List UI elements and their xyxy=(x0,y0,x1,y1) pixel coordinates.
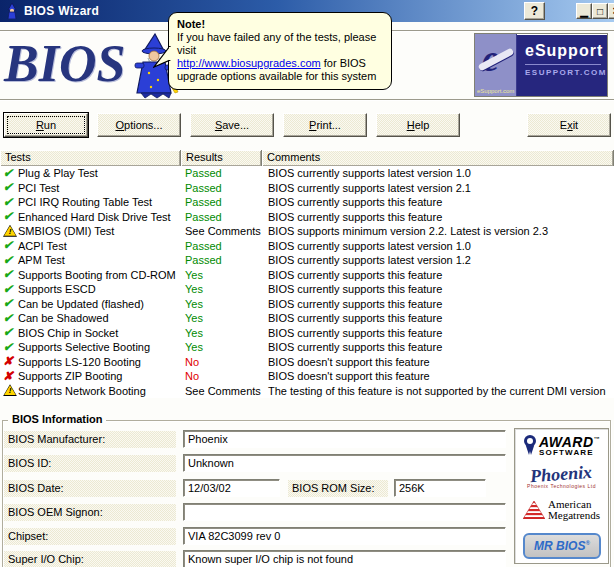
result-check-icon xyxy=(3,283,18,296)
table-row[interactable]: ACPI TestPassedBIOS currently supports l… xyxy=(0,239,614,254)
bios-oem-signon-field[interactable] xyxy=(183,503,506,521)
table-row[interactable]: Enhanced Hard Disk Drive TestPassedBIOS … xyxy=(0,210,614,225)
test-comment: BIOS currently supports latest version 1… xyxy=(262,254,614,266)
american-megatrends-logo: American Megatrends xyxy=(515,499,608,521)
table-row[interactable]: BIOS Chip in SocketYesBIOS currently sup… xyxy=(0,326,614,341)
biosupgrades-link[interactable]: http://www.biosupgrades.com xyxy=(177,57,321,69)
app-wizard-icon xyxy=(4,3,20,19)
test-comment: BIOS currently supports this feature xyxy=(262,341,614,353)
bios-logo-text: BIOS xyxy=(4,34,125,94)
test-name: APM Test xyxy=(18,254,65,266)
result-warning-icon xyxy=(3,384,18,397)
esupport-logo[interactable]: e eSupport.com eSupport ESUPPORT.COM xyxy=(474,33,608,97)
test-name: Supports Selective Booting xyxy=(18,341,150,353)
test-comment: The testing of this feature is not suppo… xyxy=(262,385,614,397)
result-check-icon xyxy=(3,254,18,267)
ami-triangle-icon xyxy=(523,501,545,519)
bios-rom-size-field[interactable] xyxy=(394,479,486,497)
help-button[interactable]: Help xyxy=(376,113,460,137)
test-result: See Comments xyxy=(181,225,262,237)
test-result: Yes xyxy=(181,312,262,324)
help-titlebar-button[interactable]: ? xyxy=(524,2,545,20)
test-name: Supports LS-120 Booting xyxy=(18,356,141,368)
test-comment: BIOS currently supports this feature xyxy=(262,196,614,208)
table-row[interactable]: PCI IRQ Routing Table TestPassedBIOS cur… xyxy=(0,195,614,210)
table-row[interactable]: Can be ShadowedYesBIOS currently support… xyxy=(0,311,614,326)
test-comment: BIOS currently supports latest version 1… xyxy=(262,240,614,252)
test-name: Can be Shadowed xyxy=(18,312,109,324)
phoenix-logo: Phoenix Phoenix Technologies Ltd xyxy=(515,465,608,489)
test-result: Passed xyxy=(181,196,262,208)
table-row[interactable]: Supports LS-120 BootingNoBIOS doesn't su… xyxy=(0,355,614,370)
bios-id-field[interactable] xyxy=(183,454,506,472)
note-after-link: for BIOS xyxy=(321,57,366,69)
test-comment: BIOS currently supports this feature xyxy=(262,312,614,324)
table-row[interactable]: Plug & Play TestPassedBIOS currently sup… xyxy=(0,166,614,181)
test-comment: BIOS doesn't support this feature xyxy=(262,356,614,368)
save-button[interactable]: Save... xyxy=(190,113,274,137)
award-ribbon-icon xyxy=(523,434,537,456)
table-row[interactable]: Supports ESCDYesBIOS currently supports … xyxy=(0,282,614,297)
run-button[interactable]: Run xyxy=(4,113,88,137)
test-name: BIOS Chip in Socket xyxy=(18,327,118,339)
maximize-button[interactable]: □ xyxy=(592,3,608,19)
table-row[interactable]: SMBIOS (DMI) TestSee CommentsBIOS suppor… xyxy=(0,224,614,239)
test-name: Supports Booting from CD-ROM xyxy=(18,269,176,281)
table-row[interactable]: Supports Selective BootingYesBIOS curren… xyxy=(0,340,614,355)
table-row[interactable]: Supports ZIP BootingNoBIOS doesn't suppo… xyxy=(0,369,614,384)
test-result: Yes xyxy=(181,327,262,339)
super-io-chip-field[interactable] xyxy=(183,550,506,567)
options-button[interactable]: Options... xyxy=(97,113,181,137)
column-header-tests[interactable]: Tests xyxy=(0,150,181,166)
result-check-icon xyxy=(3,312,18,325)
test-name: Supports Network Booting xyxy=(18,385,146,397)
bios-wizard-window: BIOS Wizard ? ▁ □ × BIOS Wizard Note! If… xyxy=(0,0,614,567)
column-header-results[interactable]: Results xyxy=(181,150,262,166)
note-title: Note! xyxy=(177,18,383,31)
result-cross-icon xyxy=(3,355,18,368)
table-row[interactable]: APM TestPassedBIOS currently supports la… xyxy=(0,253,614,268)
bios-date-label: BIOS Date: xyxy=(4,480,176,497)
table-row[interactable]: Can be Updated (flashed)YesBIOS currentl… xyxy=(0,297,614,312)
test-name: PCI IRQ Routing Table Test xyxy=(18,196,152,208)
column-header-comments[interactable]: Comments xyxy=(262,150,614,166)
print-button[interactable]: Print... xyxy=(283,113,367,137)
table-row[interactable]: Supports Booting from CD-ROMYesBIOS curr… xyxy=(0,268,614,283)
test-comment: BIOS currently supports latest version 2… xyxy=(262,182,614,194)
table-row[interactable]: Supports Network BootingSee CommentsThe … xyxy=(0,384,614,399)
test-name: Supports ESCD xyxy=(18,283,96,295)
test-result: Passed xyxy=(181,240,262,252)
test-name: ACPI Test xyxy=(18,240,67,252)
table-row[interactable]: PCI TestPassedBIOS currently supports la… xyxy=(0,181,614,196)
bios-date-field[interactable] xyxy=(183,479,280,497)
award-software-logo: AWARD™ SOFTWARE xyxy=(515,433,608,457)
result-check-icon xyxy=(3,239,18,252)
bios-information-title: BIOS Information xyxy=(8,413,106,425)
esupport-wordmark: eSupport ESUPPORT.COM xyxy=(517,34,607,96)
chipset-label: Chipset: xyxy=(4,528,176,545)
test-result: See Comments xyxy=(181,385,262,397)
test-result: Yes xyxy=(181,283,262,295)
test-comment: BIOS currently supports this feature xyxy=(262,283,614,295)
test-name: SMBIOS (DMI) Test xyxy=(18,225,114,237)
test-name: Enhanced Hard Disk Drive Test xyxy=(18,211,171,223)
test-result: Yes xyxy=(181,341,262,353)
super-io-chip-label: Super I/O Chip: xyxy=(4,551,176,567)
bios-manufacturer-field[interactable] xyxy=(183,430,506,448)
minimize-button[interactable]: ▁ xyxy=(576,3,592,19)
test-result: Passed xyxy=(181,254,262,266)
test-result: Yes xyxy=(181,269,262,281)
note-tooltip: Note! If you have failed any of the test… xyxy=(168,12,392,90)
test-result: Passed xyxy=(181,182,262,194)
note-line1: If you have failed any of the tests, ple… xyxy=(177,31,376,56)
result-check-icon xyxy=(3,326,18,339)
chipset-field[interactable] xyxy=(183,527,506,545)
test-result: Passed xyxy=(181,211,262,223)
window-title: BIOS Wizard xyxy=(24,4,99,18)
close-button[interactable]: × xyxy=(608,3,614,19)
tests-table-body: Plug & Play TestPassedBIOS currently sup… xyxy=(0,166,614,398)
test-comment: BIOS currently supports this feature xyxy=(262,269,614,281)
test-name: Supports ZIP Booting xyxy=(18,370,122,382)
exit-button[interactable]: Exit xyxy=(527,113,611,137)
test-comment: BIOS currently supports this feature xyxy=(262,211,614,223)
